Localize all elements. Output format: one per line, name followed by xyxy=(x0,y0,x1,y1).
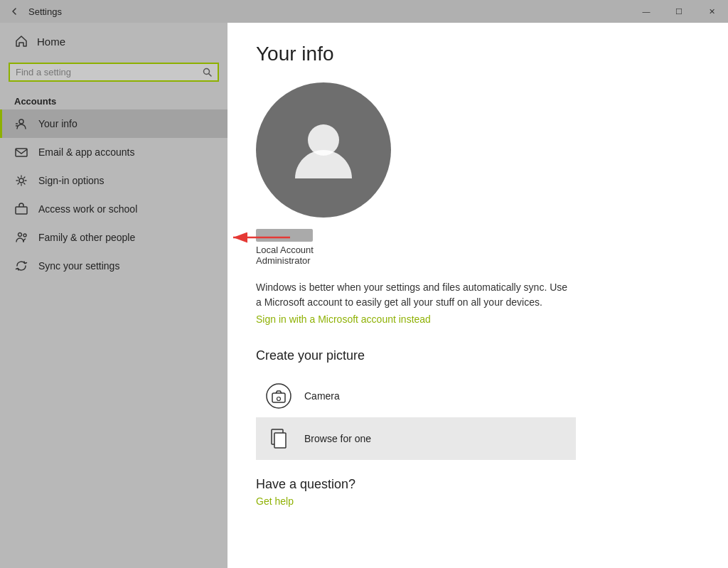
ms-account-link[interactable]: Sign in with a Microsoft account instead xyxy=(256,314,431,325)
sidebar-item-your-info[interactable]: Your info xyxy=(0,109,228,138)
sync-description: Windows is better when your settings and… xyxy=(256,280,569,310)
username-blurred xyxy=(256,229,313,242)
svg-rect-7 xyxy=(16,207,27,214)
sidebar-item-label-work: Access work or school xyxy=(38,203,137,215)
sidebar-item-home[interactable]: Home xyxy=(0,23,228,60)
svg-point-8 xyxy=(18,233,22,237)
home-label: Home xyxy=(37,36,65,48)
search-icon xyxy=(203,68,212,77)
browse-label: Browse for one xyxy=(304,433,371,444)
svg-rect-5 xyxy=(16,149,27,156)
create-picture-title: Create your picture xyxy=(256,348,700,363)
sidebar-item-email-app-accounts[interactable]: Email & app accounts xyxy=(0,138,228,166)
family-icon xyxy=(14,230,28,245)
sidebar: Home Accounts xyxy=(0,23,228,568)
svg-point-14 xyxy=(277,397,281,401)
camera-option[interactable]: Camera xyxy=(256,375,576,417)
question-title: Have a question? xyxy=(256,477,700,492)
page-title: Your info xyxy=(256,43,700,65)
svg-point-2 xyxy=(19,119,23,124)
camera-label: Camera xyxy=(304,390,340,402)
your-info-icon xyxy=(14,117,28,131)
sidebar-item-label-sync: Sync your settings xyxy=(38,260,119,272)
search-input[interactable] xyxy=(16,67,203,77)
close-button[interactable]: ✕ xyxy=(695,0,728,23)
avatar xyxy=(256,82,391,218)
svg-point-9 xyxy=(23,234,26,237)
sidebar-item-label-signin: Sign-in options xyxy=(38,175,105,186)
local-account-label: Local Account xyxy=(256,245,314,255)
section-label: Accounts xyxy=(0,90,228,109)
signin-icon xyxy=(14,173,28,188)
sidebar-item-family-other-people[interactable]: Family & other people xyxy=(0,223,228,252)
administrator-label: Administrator xyxy=(256,255,311,266)
search-box[interactable] xyxy=(9,63,219,82)
app-title: Settings xyxy=(28,6,62,17)
sidebar-item-access-work-school[interactable]: Access work or school xyxy=(0,195,228,223)
question-section: Have a question? Get help xyxy=(256,477,700,508)
sidebar-item-sign-in-options[interactable]: Sign-in options xyxy=(0,166,228,195)
camera-icon xyxy=(264,382,293,410)
email-icon xyxy=(14,145,28,159)
avatar-section: Local Account Administrator xyxy=(256,82,700,266)
window-controls: — ☐ ✕ xyxy=(630,0,728,23)
settings-window: Settings — ☐ ✕ Home xyxy=(0,0,728,568)
work-school-icon xyxy=(14,202,28,216)
sidebar-item-sync-settings[interactable]: Sync your settings xyxy=(0,252,228,280)
titlebar: Settings — ☐ ✕ xyxy=(0,0,728,23)
minimize-button[interactable]: — xyxy=(630,0,663,23)
get-help-link[interactable]: Get help xyxy=(256,495,294,507)
svg-point-13 xyxy=(267,384,291,408)
sync-icon xyxy=(14,259,28,273)
sidebar-item-label-your-info: Your info xyxy=(38,118,77,129)
browse-option[interactable]: Browse for one xyxy=(256,417,576,460)
svg-line-1 xyxy=(209,74,212,77)
avatar-person-icon xyxy=(288,114,359,186)
sidebar-item-label-email: Email & app accounts xyxy=(38,146,134,158)
browse-icon xyxy=(264,424,293,453)
maximize-button[interactable]: ☐ xyxy=(663,0,695,23)
svg-rect-17 xyxy=(274,433,286,448)
sidebar-item-label-family: Family & other people xyxy=(38,232,135,243)
home-icon xyxy=(14,34,28,48)
back-button[interactable] xyxy=(6,3,23,20)
main-content-area: Your info Local Account Administrator Wi… xyxy=(228,23,728,568)
svg-point-6 xyxy=(19,178,23,183)
main-layout: Home Accounts xyxy=(0,23,728,568)
